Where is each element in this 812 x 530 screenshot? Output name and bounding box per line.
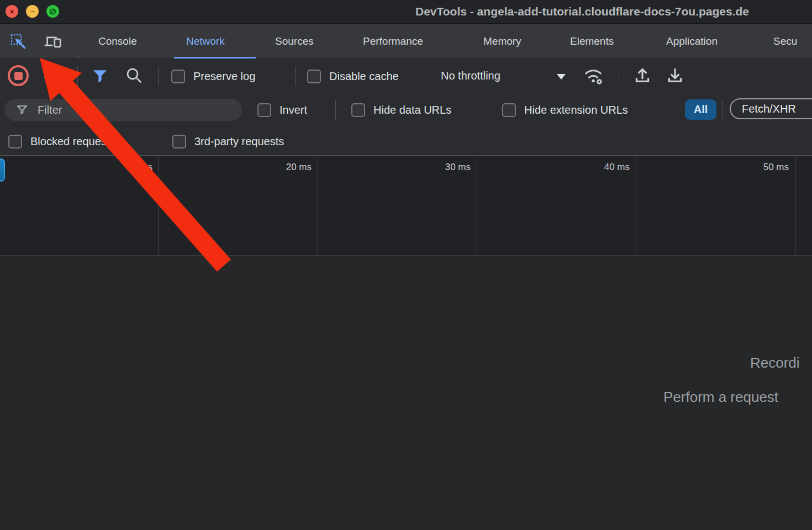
request-filters-row: Blocked requests 3rd-party requests: [0, 126, 812, 155]
traffic-close-button[interactable]: ×: [6, 5, 18, 18]
filter-funnel-icon: [17, 105, 28, 115]
device-toolbar-button[interactable]: [44, 33, 62, 50]
hide-data-urls-checkbox[interactable]: Hide data URLs: [351, 103, 451, 117]
search-button[interactable]: [125, 67, 144, 84]
filter-field[interactable]: [4, 99, 242, 121]
import-har-icon: [633, 66, 652, 84]
divider: [158, 66, 159, 86]
network-conditions-button[interactable]: [581, 67, 607, 84]
network-toolbars: Preserve log Disable cache No throttling: [0, 59, 812, 155]
inspect-icon: [10, 33, 27, 50]
waterfall-column: 40 ms: [477, 156, 636, 255]
traffic-minimize-button[interactable]: −: [26, 5, 39, 18]
record-button[interactable]: [8, 65, 29, 86]
invert-checkbox[interactable]: Invert: [257, 103, 307, 117]
tab-memory[interactable]: Memory: [483, 24, 521, 59]
blocked-requests-checkbox[interactable]: Blocked requests: [8, 135, 115, 149]
clear-button[interactable]: [44, 66, 63, 85]
filter-input[interactable]: [36, 103, 215, 117]
traffic-zoom-icon: ⊘: [49, 6, 56, 17]
tab-network[interactable]: Network: [186, 24, 225, 59]
network-conditions-icon: [581, 65, 607, 86]
waterfall-column: 10 ms: [0, 156, 159, 255]
tab-strip: Console Network Sources Performance Memo…: [0, 24, 812, 59]
divider: [77, 66, 78, 86]
waterfall-column: 20 ms: [159, 156, 318, 255]
waterfall-header: 10 ms 20 ms 30 ms 40 ms 50 ms: [0, 155, 812, 256]
empty-state-line1: Recordi: [750, 354, 800, 372]
title-bar: × − ⊘ DevTools - angela-add-tutorial.clo…: [0, 0, 812, 24]
filter-funnel-icon: [93, 70, 107, 83]
hide-extension-urls-checkbox[interactable]: Hide extension URLs: [502, 103, 628, 117]
checkbox-label: 3rd-party requests: [194, 135, 284, 148]
search-icon: [125, 67, 143, 84]
traffic-zoom-button[interactable]: ⊘: [46, 5, 59, 18]
divider: [619, 66, 619, 86]
checkbox-label: Hide extension URLs: [524, 104, 628, 116]
checkbox-box: [257, 103, 271, 117]
filter-bar: Invert Hide data URLs Hide extension URL…: [0, 93, 812, 126]
inspect-button[interactable]: [9, 33, 28, 50]
tab-application[interactable]: Application: [666, 24, 718, 59]
throttling-select[interactable]: No throttling: [441, 59, 500, 93]
waterfall-tick: 20 ms: [286, 162, 312, 173]
tab-performance[interactable]: Performance: [363, 24, 423, 59]
waterfall-column: 50 ms: [636, 156, 795, 255]
window-title: DevTools - angela-add-tutorial.cloudflar…: [415, 0, 749, 23]
import-har-button[interactable]: [633, 66, 652, 84]
filter-type-all-button[interactable]: All: [685, 99, 716, 120]
checkbox-label: Blocked requests: [30, 135, 115, 148]
checkbox-label: Disable cache: [329, 70, 399, 83]
waterfall-tick: 40 ms: [604, 162, 630, 173]
empty-state-line2: Perform a request: [663, 389, 778, 406]
traffic-minimize-icon: −: [30, 7, 34, 16]
traffic-close-icon: ×: [9, 7, 14, 16]
edge-indicator: [0, 158, 5, 182]
checkbox-box: [172, 135, 186, 149]
active-tab-underline: [174, 57, 256, 59]
filter-type-fetch-xhr-button[interactable]: Fetch/XHR: [730, 98, 812, 119]
preserve-log-checkbox[interactable]: Preserve log: [171, 70, 255, 83]
checkbox-label: Preserve log: [193, 70, 255, 83]
device-toolbar-icon: [44, 33, 62, 50]
third-party-requests-checkbox[interactable]: 3rd-party requests: [172, 135, 284, 149]
export-har-icon: [666, 66, 684, 84]
checkbox-box: [502, 103, 516, 117]
devtools-window: × − ⊘ DevTools - angela-add-tutorial.clo…: [0, 0, 812, 530]
checkbox-box: [351, 103, 365, 117]
tab-console[interactable]: Console: [98, 24, 137, 59]
waterfall-tick: 10 ms: [127, 162, 152, 173]
checkbox-label: Hide data URLs: [373, 104, 451, 116]
tab-elements[interactable]: Elements: [570, 24, 614, 59]
tab-security[interactable]: Secu: [773, 24, 797, 59]
tab-sources[interactable]: Sources: [275, 24, 314, 59]
checkbox-label: Invert: [280, 104, 307, 116]
divider: [335, 100, 336, 120]
network-toolbar: Preserve log Disable cache No throttling: [0, 59, 812, 93]
divider: [295, 66, 296, 86]
waterfall-tick: 30 ms: [445, 162, 471, 173]
filter-toggle-button[interactable]: [91, 67, 109, 85]
divider: [722, 100, 723, 120]
disable-cache-checkbox[interactable]: Disable cache: [307, 70, 399, 83]
export-har-button[interactable]: [666, 66, 684, 84]
checkbox-box: [171, 70, 185, 83]
checkbox-box: [8, 135, 22, 149]
dropdown-arrow-icon[interactable]: [557, 74, 566, 80]
waterfall-column: 30 ms: [318, 156, 477, 255]
waterfall-tick: 50 ms: [763, 162, 789, 173]
checkbox-box: [307, 70, 321, 83]
